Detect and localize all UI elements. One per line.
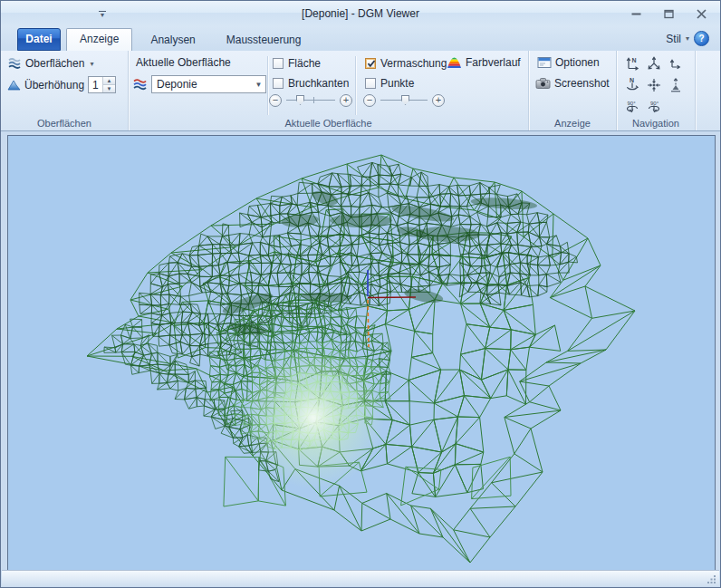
separator: [355, 56, 356, 115]
slider-thumb[interactable]: [401, 95, 409, 105]
terrain-mesh-viewport[interactable]: [8, 136, 715, 570]
current-surface-header: Aktuelle Oberfläche: [136, 56, 231, 69]
exaggeration-spinner[interactable]: 1 ▲ ▼: [88, 76, 116, 93]
slider-minus-button[interactable]: −: [269, 94, 282, 107]
axis-x: [368, 297, 416, 298]
tab-anzeige[interactable]: Anzeige: [66, 28, 132, 51]
flaeche-checkbox[interactable]: [273, 58, 284, 69]
punkte-checkbox-label[interactable]: Punkte: [380, 77, 414, 90]
group-label: Aktuelle Oberfläche: [129, 118, 528, 129]
chevron-down-icon: ▾: [90, 60, 93, 68]
svg-text:N: N: [630, 77, 634, 83]
top-view-button[interactable]: [665, 74, 687, 96]
surfaces-button[interactable]: Oberflächen ▾: [7, 56, 93, 71]
center-view-button[interactable]: [643, 74, 665, 96]
slider-plus-button[interactable]: +: [432, 94, 445, 107]
dgm-viewer-window: ▾ [Deponie] - DGM Viewer Datei Anzeige A…: [0, 0, 721, 588]
close-icon: [697, 10, 706, 18]
punkte-checkbox[interactable]: [365, 78, 376, 89]
slider-thumb[interactable]: [296, 95, 304, 105]
group-oberflaechen: Oberflächen ▾ Überhöhung 1 ▲ ▼ Oberfläch…: [1, 51, 129, 130]
close-button[interactable]: [696, 9, 707, 19]
surface-combobox[interactable]: Deponie ▼: [151, 75, 266, 93]
style-button[interactable]: Stil: [666, 33, 681, 45]
rotate-90-cw-button[interactable]: 90°: [643, 96, 665, 118]
window-title: [Deponie] - DGM Viewer: [1, 7, 720, 20]
tab-maussteuerung[interactable]: Maussteuerung: [214, 30, 314, 51]
viewport: [7, 135, 716, 571]
options-window-icon: [537, 56, 552, 69]
ribbon: Oberflächen ▾ Überhöhung 1 ▲ ▼ Oberfläch…: [1, 51, 720, 131]
rotate-90-ccw-button[interactable]: 90°: [621, 96, 643, 118]
exaggeration-control: Überhöhung 1 ▲ ▼: [7, 76, 116, 93]
group-anzeige: Optionen Screenshot Anzeige: [529, 51, 617, 130]
axes-3d-icon: [646, 55, 662, 72]
svg-text:90°: 90°: [650, 101, 659, 106]
maximize-button[interactable]: [663, 9, 675, 19]
group-aktuelle-oberflaeche: Aktuelle Oberfläche Deponie ▼ Fläche: [129, 51, 529, 130]
titlebar: ▾ [Deponie] - DGM Viewer: [1, 1, 720, 26]
flaeche-checkbox-label[interactable]: Fläche: [288, 57, 321, 70]
group-navigation: N N: [617, 51, 696, 130]
slider-track[interactable]: [286, 100, 335, 101]
camera-icon: [535, 76, 551, 90]
chevron-down-icon: ▼: [252, 81, 265, 89]
center-arrows-icon: [646, 77, 662, 93]
vermaschung-checkbox-label[interactable]: Vermaschung: [380, 57, 447, 70]
slider-tick: [313, 97, 314, 103]
checkmark-icon: [366, 58, 377, 69]
group-label: Oberflächen: [1, 118, 128, 129]
group-label: Navigation: [617, 118, 695, 129]
bruchkanten-checkbox[interactable]: [273, 78, 284, 89]
vermaschung-transparency-slider[interactable]: − +: [363, 93, 445, 107]
options-button[interactable]: Optionen: [537, 56, 600, 69]
bruchkanten-checkbox-label[interactable]: Bruchkanten: [288, 77, 349, 90]
axes-north-icon: N: [624, 55, 640, 72]
slider-plus-button[interactable]: +: [340, 94, 352, 107]
rotate-view-corner-button[interactable]: [665, 53, 687, 74]
color-gradient-icon: [447, 56, 462, 69]
tab-analysen[interactable]: Analysen: [138, 30, 207, 51]
bent-axis-icon: [668, 55, 684, 72]
plumb-arrow-icon: [668, 77, 684, 93]
svg-text:N: N: [632, 57, 637, 63]
svg-text:90°: 90°: [628, 101, 637, 106]
spinner-down-button[interactable]: ▼: [103, 84, 115, 92]
rotate-north-icon: N: [624, 77, 640, 93]
minimize-button[interactable]: [630, 9, 642, 19]
vermaschung-checkbox[interactable]: [365, 58, 376, 69]
exaggeration-mountain-icon: [7, 78, 21, 92]
group-label: Anzeige: [529, 118, 616, 129]
screenshot-button[interactable]: Screenshot: [535, 76, 610, 90]
slider-track[interactable]: [380, 100, 428, 101]
help-button[interactable]: ?: [694, 31, 709, 46]
resize-grip[interactable]: [707, 574, 716, 583]
spinner-up-button[interactable]: ▲: [103, 77, 115, 84]
flaeche-transparency-slider[interactable]: − +: [269, 93, 352, 107]
slider-minus-button[interactable]: −: [363, 94, 376, 107]
surfaces-layers-icon: [7, 56, 22, 71]
chevron-down-icon[interactable]: ▾: [686, 34, 689, 43]
rotate-to-north-button[interactable]: N: [621, 74, 643, 96]
rotate-90-ccw-icon: 90°: [624, 99, 640, 115]
view-north-button[interactable]: N: [621, 53, 643, 74]
farbverlauf-button[interactable]: Farbverlauf: [447, 56, 521, 69]
separator: [267, 56, 268, 115]
ribbon-tab-row: Datei Anzeige Analysen Maussteuerung: [1, 26, 720, 51]
status-bar: [2, 570, 719, 586]
tab-datei[interactable]: Datei: [17, 28, 61, 51]
current-surface-icon: [132, 77, 148, 92]
view-axes-button[interactable]: [643, 53, 665, 74]
rotate-90-cw-icon: 90°: [646, 99, 662, 115]
